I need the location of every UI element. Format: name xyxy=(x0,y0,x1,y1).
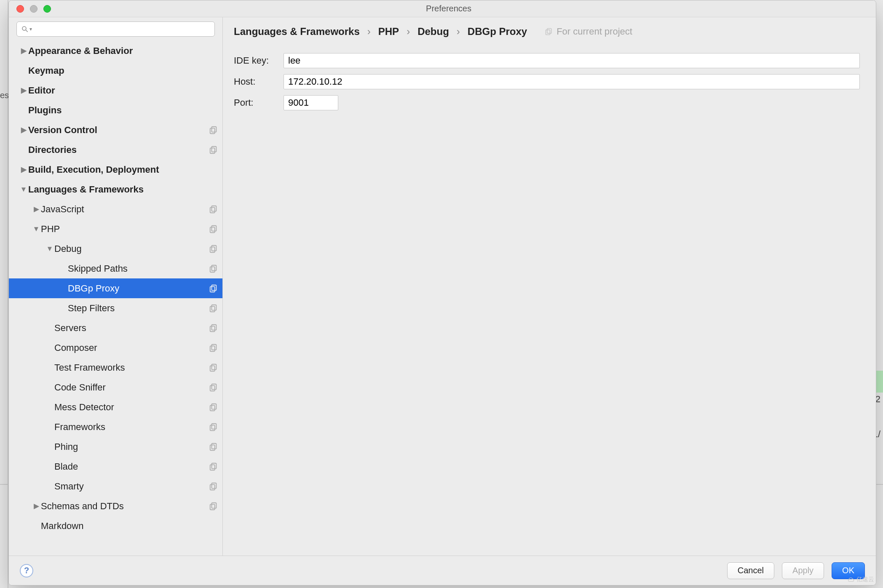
tree-item[interactable]: ▼Languages & Frameworks xyxy=(9,179,222,199)
svg-rect-6 xyxy=(211,206,216,211)
tree-item-label: Version Control xyxy=(28,125,209,136)
svg-rect-37 xyxy=(210,504,215,510)
search-input[interactable]: ▾ xyxy=(16,21,215,37)
svg-rect-3 xyxy=(210,128,215,134)
tree-item[interactable]: Phing xyxy=(9,437,222,457)
svg-rect-5 xyxy=(210,148,215,153)
tree-item[interactable]: Step Filters xyxy=(9,298,222,318)
breadcrumb-item[interactable]: DBGp Proxy xyxy=(468,26,527,37)
tree-item[interactable]: DBGp Proxy xyxy=(9,278,222,298)
tree-item-label: Debug xyxy=(54,243,209,254)
svg-rect-28 xyxy=(211,423,216,429)
tree-item[interactable]: Servers xyxy=(9,318,222,338)
tree-item-label: PHP xyxy=(41,224,209,235)
svg-rect-13 xyxy=(210,267,215,272)
svg-rect-35 xyxy=(210,484,215,490)
chevron-down-icon[interactable]: ▼ xyxy=(19,185,28,194)
chevron-down-icon[interactable]: ▾ xyxy=(29,26,32,32)
tree-item[interactable]: Blade xyxy=(9,457,222,476)
tree-item[interactable]: ▶JavaScript xyxy=(9,199,222,219)
tree-item-label: Keymap xyxy=(28,65,218,76)
breadcrumb-item[interactable]: Languages & Frameworks xyxy=(234,26,360,37)
search-field[interactable] xyxy=(34,25,210,34)
tree-item-label: Smarty xyxy=(54,481,209,492)
background-fragment: es xyxy=(0,91,9,100)
tree-item-label: Languages & Frameworks xyxy=(28,184,218,195)
tree-item[interactable]: ▶Schemas and DTDs xyxy=(9,496,222,516)
tree-item-label: Frameworks xyxy=(54,422,209,433)
svg-rect-21 xyxy=(210,346,215,351)
window-controls xyxy=(9,5,51,13)
tree-item[interactable]: ▶Version Control xyxy=(9,120,222,140)
chevron-right-icon[interactable]: ▶ xyxy=(19,165,28,174)
svg-rect-29 xyxy=(210,425,215,430)
tree-item[interactable]: ▶Editor xyxy=(9,80,222,100)
tree-item[interactable]: ▼PHP xyxy=(9,219,222,239)
breadcrumb: Languages & Frameworks›PHP›Debug›DBGp Pr… xyxy=(234,26,527,37)
titlebar: Preferences xyxy=(9,0,876,17)
chevron-right-icon: › xyxy=(457,26,460,37)
breadcrumb-item[interactable]: PHP xyxy=(378,26,399,37)
tree-item[interactable]: Markdown xyxy=(9,516,222,536)
tree-item[interactable]: Test Frameworks xyxy=(9,358,222,377)
svg-rect-18 xyxy=(211,324,216,330)
svg-rect-17 xyxy=(210,306,215,312)
chevron-right-icon[interactable]: ▶ xyxy=(19,46,28,55)
tree-item[interactable]: Composer xyxy=(9,338,222,358)
tree-item[interactable]: ▼Debug xyxy=(9,239,222,259)
tree-item-label: Markdown xyxy=(41,521,218,532)
svg-rect-24 xyxy=(211,384,216,389)
svg-rect-19 xyxy=(210,326,215,331)
tree-item[interactable]: Plugins xyxy=(9,100,222,120)
tree-item[interactable]: Mess Detector xyxy=(9,397,222,417)
help-button[interactable]: ? xyxy=(20,564,33,577)
svg-rect-11 xyxy=(210,247,215,252)
svg-rect-16 xyxy=(211,305,216,310)
cancel-button[interactable]: Cancel xyxy=(727,562,774,579)
tree-item[interactable]: Smarty xyxy=(9,476,222,496)
chevron-right-icon[interactable]: ▶ xyxy=(32,205,41,214)
chevron-down-icon[interactable]: ▼ xyxy=(45,245,54,253)
settings-panel: Languages & Frameworks›PHP›Debug›DBGp Pr… xyxy=(223,17,876,556)
tree-item[interactable]: Frameworks xyxy=(9,417,222,437)
tree-item-label: Phing xyxy=(54,441,209,452)
svg-rect-39 xyxy=(546,30,550,35)
tree-item-label: Plugins xyxy=(28,105,218,116)
apply-button[interactable]: Apply xyxy=(782,562,824,579)
tree-item[interactable]: Skipped Paths xyxy=(9,259,222,278)
port-input[interactable] xyxy=(284,95,338,110)
tree-item-label: Code Sniffer xyxy=(54,382,209,393)
tree-item-label: Mess Detector xyxy=(54,402,209,413)
tree-item[interactable]: ▶Build, Execution, Deployment xyxy=(9,160,222,179)
dbgp-proxy-form: IDE key: Host: Port: xyxy=(223,45,876,119)
svg-rect-9 xyxy=(210,227,215,233)
tree-item[interactable]: Keymap xyxy=(9,61,222,80)
minimize-icon[interactable] xyxy=(30,5,37,13)
ide-key-input[interactable] xyxy=(284,53,860,68)
breadcrumb-item[interactable]: Debug xyxy=(417,26,449,37)
chevron-right-icon[interactable]: ▶ xyxy=(19,86,28,95)
chevron-right-icon[interactable]: ▶ xyxy=(19,126,28,134)
maximize-icon[interactable] xyxy=(43,5,51,13)
tree-item-label: Test Frameworks xyxy=(54,362,209,373)
chevron-right-icon[interactable]: ▶ xyxy=(32,502,41,510)
tree-item-label: Editor xyxy=(28,85,218,96)
tree-item-label: Servers xyxy=(54,323,209,334)
tree-item-label: Build, Execution, Deployment xyxy=(28,164,218,175)
tree-item[interactable]: ▶Appearance & Behavior xyxy=(9,41,222,61)
svg-rect-8 xyxy=(211,225,216,231)
svg-rect-14 xyxy=(211,285,216,290)
svg-rect-12 xyxy=(211,265,216,270)
tree-item-label: Directories xyxy=(28,144,209,155)
window-title: Preferences xyxy=(51,4,876,13)
chevron-down-icon[interactable]: ▼ xyxy=(32,225,41,233)
tree-item[interactable]: Directories xyxy=(9,140,222,160)
preferences-dialog: Preferences ▾ ▶Appearance & BehaviorKeym… xyxy=(8,0,876,585)
close-icon[interactable] xyxy=(16,5,24,13)
project-scope-badge: For current project xyxy=(545,26,632,37)
settings-tree[interactable]: ▶Appearance & BehaviorKeymap▶EditorPlugi… xyxy=(9,41,222,556)
port-label: Port: xyxy=(234,97,284,108)
svg-rect-7 xyxy=(210,207,215,213)
host-input[interactable] xyxy=(284,74,860,89)
tree-item[interactable]: Code Sniffer xyxy=(9,377,222,397)
